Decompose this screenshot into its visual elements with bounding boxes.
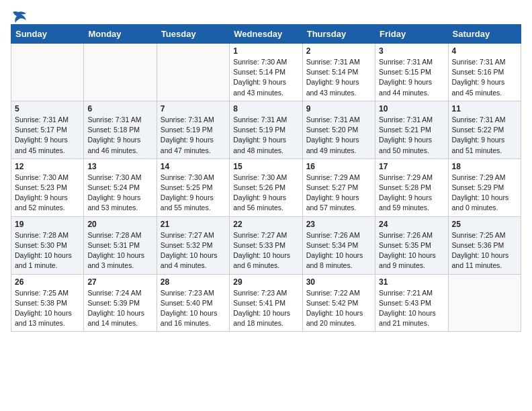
calendar-cell: 28Sunrise: 7:23 AM Sunset: 5:40 PM Dayli… xyxy=(157,274,229,332)
calendar-cell xyxy=(157,44,229,101)
day-info: Sunrise: 7:30 AM Sunset: 5:25 PM Dayligh… xyxy=(161,173,226,214)
day-number: 12 xyxy=(15,162,80,171)
day-info: Sunrise: 7:29 AM Sunset: 5:29 PM Dayligh… xyxy=(452,173,517,214)
day-number: 14 xyxy=(161,162,226,171)
day-info: Sunrise: 7:26 AM Sunset: 5:35 PM Dayligh… xyxy=(379,230,444,271)
day-number: 21 xyxy=(161,220,226,229)
day-info: Sunrise: 7:26 AM Sunset: 5:34 PM Dayligh… xyxy=(306,230,371,271)
calendar-week-row: 12Sunrise: 7:30 AM Sunset: 5:23 PM Dayli… xyxy=(11,158,521,216)
calendar-cell: 23Sunrise: 7:26 AM Sunset: 5:34 PM Dayli… xyxy=(302,216,375,274)
day-number: 31 xyxy=(379,277,444,287)
calendar-table: SundayMondayTuesdayWednesdayThursdayFrid… xyxy=(11,24,521,332)
day-number: 9 xyxy=(306,104,371,113)
day-number: 2 xyxy=(306,46,371,56)
day-info: Sunrise: 7:31 AM Sunset: 5:22 PM Dayligh… xyxy=(452,115,517,156)
day-info: Sunrise: 7:23 AM Sunset: 5:40 PM Dayligh… xyxy=(161,288,226,329)
day-number: 19 xyxy=(15,220,80,229)
calendar-cell: 10Sunrise: 7:31 AM Sunset: 5:21 PM Dayli… xyxy=(375,101,448,158)
day-number: 13 xyxy=(87,162,152,171)
weekday-header: Tuesday xyxy=(157,25,229,44)
day-info: Sunrise: 7:28 AM Sunset: 5:31 PM Dayligh… xyxy=(87,230,152,271)
day-number: 8 xyxy=(233,104,298,113)
weekday-header: Thursday xyxy=(302,25,375,44)
calendar-week-row: 26Sunrise: 7:25 AM Sunset: 5:38 PM Dayli… xyxy=(11,274,521,332)
day-info: Sunrise: 7:27 AM Sunset: 5:33 PM Dayligh… xyxy=(233,230,298,271)
day-info: Sunrise: 7:22 AM Sunset: 5:42 PM Dayligh… xyxy=(306,288,371,329)
logo-bird-icon xyxy=(13,11,28,23)
day-number: 25 xyxy=(452,220,517,229)
calendar-cell: 25Sunrise: 7:25 AM Sunset: 5:36 PM Dayli… xyxy=(448,216,521,274)
calendar-cell: 16Sunrise: 7:29 AM Sunset: 5:27 PM Dayli… xyxy=(302,158,375,216)
day-number: 23 xyxy=(306,220,371,229)
calendar-cell: 14Sunrise: 7:30 AM Sunset: 5:25 PM Dayli… xyxy=(157,158,229,216)
day-number: 22 xyxy=(233,220,298,229)
calendar-cell xyxy=(84,44,157,101)
calendar-cell: 6Sunrise: 7:31 AM Sunset: 5:18 PM Daylig… xyxy=(84,101,157,158)
calendar-cell: 12Sunrise: 7:30 AM Sunset: 5:23 PM Dayli… xyxy=(11,158,84,216)
calendar-cell: 27Sunrise: 7:24 AM Sunset: 5:39 PM Dayli… xyxy=(84,274,157,332)
logo xyxy=(11,11,28,21)
day-info: Sunrise: 7:29 AM Sunset: 5:28 PM Dayligh… xyxy=(379,173,444,214)
day-number: 15 xyxy=(233,162,298,171)
calendar-cell: 19Sunrise: 7:28 AM Sunset: 5:30 PM Dayli… xyxy=(11,216,84,274)
calendar-cell: 17Sunrise: 7:29 AM Sunset: 5:28 PM Dayli… xyxy=(375,158,448,216)
calendar-cell xyxy=(448,274,521,332)
day-info: Sunrise: 7:27 AM Sunset: 5:32 PM Dayligh… xyxy=(161,230,226,271)
calendar-cell: 2Sunrise: 7:31 AM Sunset: 5:14 PM Daylig… xyxy=(302,44,375,101)
calendar-cell: 29Sunrise: 7:23 AM Sunset: 5:41 PM Dayli… xyxy=(230,274,302,332)
calendar-week-row: 5Sunrise: 7:31 AM Sunset: 5:17 PM Daylig… xyxy=(11,101,521,158)
calendar-cell: 8Sunrise: 7:31 AM Sunset: 5:19 PM Daylig… xyxy=(230,101,302,158)
day-info: Sunrise: 7:31 AM Sunset: 5:16 PM Dayligh… xyxy=(452,57,517,98)
calendar-week-row: 1Sunrise: 7:30 AM Sunset: 5:14 PM Daylig… xyxy=(11,44,521,101)
calendar-cell xyxy=(11,44,84,101)
day-info: Sunrise: 7:31 AM Sunset: 5:19 PM Dayligh… xyxy=(161,115,226,156)
day-number: 24 xyxy=(379,220,444,229)
weekday-header: Wednesday xyxy=(230,25,302,44)
page-container: SundayMondayTuesdayWednesdayThursdayFrid… xyxy=(0,0,532,338)
day-info: Sunrise: 7:30 AM Sunset: 5:26 PM Dayligh… xyxy=(233,173,298,214)
calendar-cell: 31Sunrise: 7:21 AM Sunset: 5:43 PM Dayli… xyxy=(375,274,448,332)
calendar-cell: 7Sunrise: 7:31 AM Sunset: 5:19 PM Daylig… xyxy=(157,101,229,158)
weekday-header: Monday xyxy=(84,25,157,44)
calendar-cell: 13Sunrise: 7:30 AM Sunset: 5:24 PM Dayli… xyxy=(84,158,157,216)
day-info: Sunrise: 7:31 AM Sunset: 5:14 PM Dayligh… xyxy=(306,57,371,98)
day-info: Sunrise: 7:24 AM Sunset: 5:39 PM Dayligh… xyxy=(87,288,152,329)
day-number: 10 xyxy=(379,104,444,113)
calendar-cell: 18Sunrise: 7:29 AM Sunset: 5:29 PM Dayli… xyxy=(448,158,521,216)
weekday-header: Friday xyxy=(375,25,448,44)
day-info: Sunrise: 7:31 AM Sunset: 5:19 PM Dayligh… xyxy=(233,115,298,156)
day-number: 17 xyxy=(379,162,444,171)
calendar-cell: 4Sunrise: 7:31 AM Sunset: 5:16 PM Daylig… xyxy=(448,44,521,101)
weekday-header: Sunday xyxy=(11,25,84,44)
day-number: 5 xyxy=(15,104,80,113)
day-info: Sunrise: 7:30 AM Sunset: 5:14 PM Dayligh… xyxy=(233,57,298,98)
day-number: 3 xyxy=(379,46,444,56)
day-info: Sunrise: 7:30 AM Sunset: 5:23 PM Dayligh… xyxy=(15,173,80,214)
day-info: Sunrise: 7:30 AM Sunset: 5:24 PM Dayligh… xyxy=(87,173,152,214)
calendar-cell: 11Sunrise: 7:31 AM Sunset: 5:22 PM Dayli… xyxy=(448,101,521,158)
day-number: 27 xyxy=(87,277,152,287)
day-number: 20 xyxy=(87,220,152,229)
day-info: Sunrise: 7:21 AM Sunset: 5:43 PM Dayligh… xyxy=(379,288,444,329)
day-number: 1 xyxy=(233,46,298,56)
day-info: Sunrise: 7:25 AM Sunset: 5:38 PM Dayligh… xyxy=(15,288,80,329)
day-info: Sunrise: 7:31 AM Sunset: 5:17 PM Dayligh… xyxy=(15,115,80,156)
page-header xyxy=(11,11,521,21)
weekday-header: Saturday xyxy=(448,25,521,44)
day-info: Sunrise: 7:29 AM Sunset: 5:27 PM Dayligh… xyxy=(306,173,371,214)
calendar-cell: 1Sunrise: 7:30 AM Sunset: 5:14 PM Daylig… xyxy=(230,44,302,101)
calendar-cell: 5Sunrise: 7:31 AM Sunset: 5:17 PM Daylig… xyxy=(11,101,84,158)
calendar-header-row: SundayMondayTuesdayWednesdayThursdayFrid… xyxy=(11,25,521,44)
day-number: 6 xyxy=(87,104,152,113)
calendar-cell: 30Sunrise: 7:22 AM Sunset: 5:42 PM Dayli… xyxy=(302,274,375,332)
day-number: 28 xyxy=(161,277,226,287)
day-number: 26 xyxy=(15,277,80,287)
day-info: Sunrise: 7:31 AM Sunset: 5:15 PM Dayligh… xyxy=(379,57,444,98)
calendar-cell: 3Sunrise: 7:31 AM Sunset: 5:15 PM Daylig… xyxy=(375,44,448,101)
calendar-cell: 20Sunrise: 7:28 AM Sunset: 5:31 PM Dayli… xyxy=(84,216,157,274)
calendar-cell: 26Sunrise: 7:25 AM Sunset: 5:38 PM Dayli… xyxy=(11,274,84,332)
day-number: 30 xyxy=(306,277,371,287)
calendar-cell: 15Sunrise: 7:30 AM Sunset: 5:26 PM Dayli… xyxy=(230,158,302,216)
calendar-cell: 24Sunrise: 7:26 AM Sunset: 5:35 PM Dayli… xyxy=(375,216,448,274)
calendar-cell: 21Sunrise: 7:27 AM Sunset: 5:32 PM Dayli… xyxy=(157,216,229,274)
